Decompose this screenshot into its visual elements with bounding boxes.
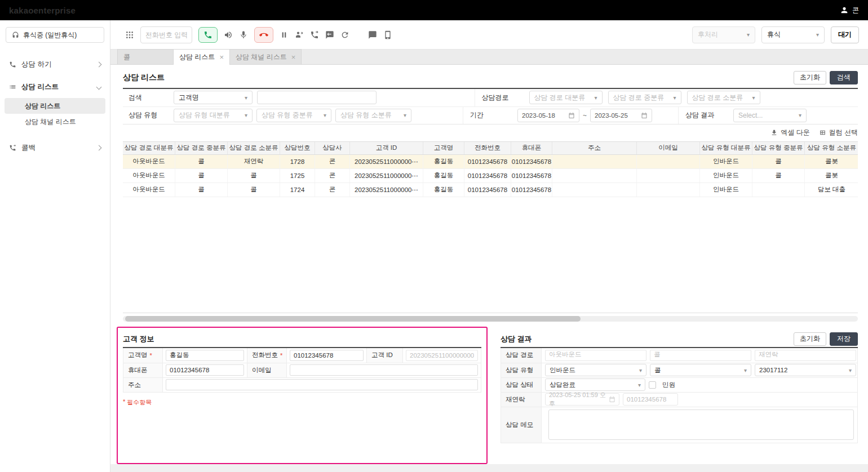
message-icon[interactable] — [368, 30, 377, 39]
customer-name-input[interactable] — [166, 350, 244, 361]
user-menu[interactable]: 콘 — [840, 6, 859, 15]
customer-mobile-input[interactable] — [166, 364, 244, 376]
hold-icon[interactable] — [280, 30, 289, 39]
customer-id-label: 고객 ID — [367, 348, 403, 363]
tab-bar: 콜 상담 리스트 × 상담 채널 리스트 × — [110, 50, 868, 65]
select-value: 23017112 — [759, 367, 787, 373]
download-icon — [770, 129, 778, 136]
filter-result-label: 상담 결과 — [678, 107, 729, 124]
sidebar-item-consult-list[interactable]: 상담 리스트 — [0, 75, 110, 98]
path-large-select[interactable]: 상담 경로 대분류 ▾ — [529, 91, 603, 104]
column-header[interactable]: 상담 경로 대분류 — [123, 142, 175, 154]
main-area: 후처리 ▾ 휴식 ▾ 대기 콜 상담 리스트 × 상담 — [110, 20, 868, 472]
reset-button[interactable]: 초기화 — [794, 71, 826, 84]
table-row[interactable]: 아웃바운드콜재연락1728콘2023052511000000⋯홍길동010123… — [123, 155, 858, 169]
chevron-down-icon: ▾ — [324, 112, 326, 118]
customer-address-input[interactable] — [166, 379, 478, 390]
required-note: * 필수항목 — [123, 398, 481, 407]
path-medium-select[interactable]: 상담 경로 중분류 ▾ — [608, 91, 681, 104]
column-header[interactable]: 상담번호 — [280, 142, 315, 154]
call-button[interactable] — [198, 27, 218, 43]
column-header[interactable]: 상담 경로 중분류 — [175, 142, 228, 154]
column-header[interactable]: 고객 ID — [350, 142, 423, 154]
search-keyword-input[interactable] — [257, 91, 377, 104]
tab-consult-list[interactable]: 상담 리스트 × — [174, 49, 230, 65]
table-cell: 콜 — [752, 169, 805, 182]
sidebar-subitem-channel-list[interactable]: 상담 채널 리스트 — [5, 114, 105, 130]
agent-status-select[interactable]: 휴식중 (일반휴식) — [6, 27, 104, 43]
sidebar-item-consult[interactable]: 상담 하기 — [0, 53, 110, 75]
result-state-select[interactable]: 상담완료▾ — [545, 379, 645, 391]
path-small-select[interactable]: 상담 경로 소분류 ▾ — [687, 91, 760, 104]
date-from-input[interactable]: 2023-05-18 — [517, 109, 579, 122]
close-icon[interactable]: × — [219, 54, 224, 61]
tab-call[interactable]: 콜 — [117, 49, 174, 64]
scrollbar-thumb[interactable] — [125, 316, 581, 322]
table-cell: 콘 — [315, 155, 350, 168]
customer-phone-input[interactable] — [290, 350, 364, 361]
tab-channel-list[interactable]: 상담 채널 리스트 × — [230, 49, 302, 64]
consult-result-form: 상담 경로 아웃바운드 콜 재연락 상담 유형 인바운드▾ — [501, 348, 858, 443]
chat-transfer-icon[interactable] — [325, 30, 334, 39]
dialpad-icon[interactable] — [125, 30, 134, 39]
table-row[interactable]: 아웃바운드콜콜1725콘2023052511000000⋯홍길동01012345… — [123, 169, 858, 183]
column-header[interactable]: 상담 유형 중분류 — [752, 142, 805, 154]
table-cell: 1725 — [280, 169, 315, 182]
result-type-medium-select[interactable]: 콜▾ — [650, 364, 751, 376]
sidebar-item-callback[interactable]: 콜백 — [0, 136, 110, 159]
headset-icon — [12, 32, 19, 39]
sidebar-subitem-consult-list[interactable]: 상담 리스트 — [5, 98, 105, 114]
chevron-down-icon: ▾ — [673, 95, 676, 101]
column-header[interactable]: 주소 — [552, 142, 637, 154]
customer-mobile-label: 휴대폰 — [123, 363, 163, 377]
customer-email-input[interactable] — [290, 364, 478, 376]
result-reset-button[interactable]: 초기화 — [794, 332, 826, 346]
column-header[interactable]: 전화번호 — [464, 142, 511, 154]
speaker-icon[interactable] — [224, 30, 233, 39]
result-type-label: 상담 유형 — [501, 363, 542, 377]
table-cell: 01012345678 — [464, 183, 511, 197]
filter-panel: 검색 고객명 ▾ 상담경로 상담 경로 대분류 ▾ 상 — [123, 89, 858, 124]
afterwork-select[interactable]: 후처리 ▾ — [692, 26, 755, 43]
column-header[interactable]: 상담 유형 소분류 — [805, 142, 858, 154]
column-select-button[interactable]: 컬럼 선택 — [819, 128, 858, 137]
refresh-icon[interactable] — [340, 30, 349, 39]
rest-select[interactable]: 휴식 ▾ — [761, 26, 825, 43]
hangup-button[interactable] — [254, 27, 273, 43]
search-field-select[interactable]: 고객명 ▾ — [174, 91, 253, 104]
result-type-small-select[interactable]: 23017112▾ — [755, 364, 856, 376]
type-large-select[interactable]: 상담 유형 대분류 ▾ — [174, 109, 253, 122]
type-small-select[interactable]: 상담 유형 소분류 ▾ — [335, 109, 411, 122]
complaint-checkbox[interactable] — [649, 381, 656, 389]
save-button[interactable]: 저장 — [830, 332, 858, 346]
table-row[interactable]: 아웃바운드콜콜1724콘2023052511000000⋯홍길동01012345… — [123, 183, 858, 197]
column-header[interactable]: 고객명 — [423, 142, 464, 154]
mobile-icon[interactable] — [383, 30, 392, 39]
table-cell: 1728 — [280, 155, 315, 168]
column-header[interactable]: 상담사 — [315, 142, 350, 154]
excel-download-button[interactable]: 엑셀 다운 — [770, 128, 809, 137]
result-select[interactable]: Select... ▾ — [733, 109, 807, 122]
agent-status-label: 휴식중 (일반휴식) — [23, 30, 77, 40]
top-bar: kakaoenterprise 콘 — [0, 0, 868, 20]
table-cell: 담보 대출 — [805, 183, 858, 197]
result-type-large-select[interactable]: 인바운드▾ — [545, 364, 646, 376]
consult-transfer-icon[interactable] — [295, 30, 304, 39]
select-value: Select... — [738, 112, 763, 119]
column-header[interactable]: 이메일 — [637, 142, 700, 154]
column-header[interactable]: 휴대폰 — [511, 142, 552, 154]
column-header[interactable]: 상담 유형 대분류 — [700, 142, 752, 154]
mic-icon[interactable] — [239, 30, 248, 39]
search-button[interactable]: 검색 — [830, 71, 858, 84]
date-to-input[interactable]: 2023-05-25 — [590, 109, 652, 122]
standby-button[interactable]: 대기 — [831, 26, 859, 43]
call-transfer-icon[interactable] — [310, 30, 319, 39]
consult-memo-textarea[interactable] — [548, 409, 854, 440]
table-cell: 2023052511000000⋯ — [350, 169, 423, 182]
type-medium-select[interactable]: 상담 유형 중분류 ▾ — [256, 109, 331, 122]
hangup-phone-icon — [259, 30, 268, 39]
horizontal-scrollbar[interactable] — [123, 316, 858, 322]
column-header[interactable]: 상담 경로 소분류 — [228, 142, 280, 154]
phone-number-input[interactable] — [140, 26, 192, 43]
close-icon[interactable]: × — [291, 54, 296, 61]
